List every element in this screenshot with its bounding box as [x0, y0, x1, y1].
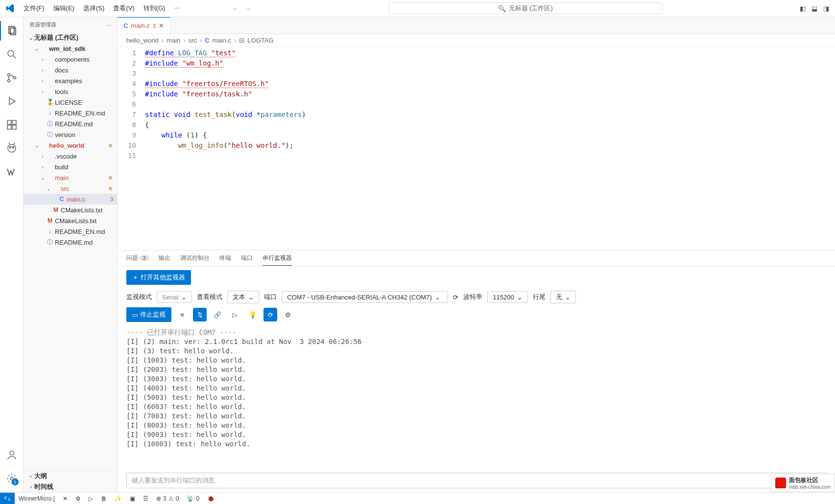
panel-tab[interactable]: 调试控制台 [180, 251, 210, 265]
file-icon: M [52, 206, 60, 213]
svg-line-15 [9, 143, 10, 144]
menu-goto[interactable]: 转到(G) [140, 2, 169, 15]
tree-item-label: README_EN.md [55, 228, 105, 235]
status-play-icon[interactable]: ▷ [85, 495, 97, 502]
status-list-icon[interactable]: ☰ [139, 495, 152, 502]
tree-item[interactable]: ⌄wm_iot_sdk [24, 43, 117, 54]
toolbar-run-icon[interactable]: ▷ [228, 308, 242, 321]
status-debug-icon[interactable]: 🐞 [203, 495, 218, 502]
tree-item[interactable]: MCMakeLists.txt [24, 205, 117, 215]
activity-settings-icon[interactable]: 1 [0, 469, 24, 488]
status-tools-icon[interactable]: ✕ [59, 495, 72, 502]
nav-forward-icon[interactable]: → [244, 5, 251, 12]
eol-label: 行尾 [533, 293, 546, 301]
layout-panel-icon[interactable]: ⬓ [811, 5, 817, 12]
sidebar-more-icon[interactable]: ··· [107, 22, 111, 28]
warning-icon: ⚠ [168, 495, 174, 502]
tree-item[interactable]: ⌄src [24, 183, 117, 194]
tree-item-label: LICENSE [55, 99, 82, 106]
activity-wm-icon[interactable] [0, 162, 24, 182]
breadcrumbs[interactable]: hello_world› main› src› C main.c› ⊟ LOGT… [118, 34, 835, 47]
vscode-logo-icon [4, 2, 16, 14]
view-mode-select[interactable]: 文本⌄ [227, 291, 259, 303]
menu-select[interactable]: 选择(S) [79, 2, 108, 15]
menu-view[interactable]: 查看(V) [109, 2, 138, 15]
port-select[interactable]: COM7 - USB-Enhanced-SERIAL-A CH342 (COM7… [282, 291, 448, 303]
activity-platformio-icon[interactable] [0, 138, 24, 158]
tree-item[interactable]: ⓘversion [24, 129, 117, 140]
toolbar-link-icon[interactable]: 🔗 [211, 308, 224, 321]
monitor-mode-select[interactable]: Serial⌄ [157, 291, 192, 303]
layout-sidebar-left-icon[interactable]: ◧ [800, 5, 806, 12]
nav-back-icon[interactable]: ← [232, 5, 239, 12]
panel-tab[interactable]: 输出 [159, 251, 170, 265]
toolbar-gear-icon[interactable]: ⚙ [281, 308, 295, 321]
layout-sidebar-right-icon[interactable]: ◨ [823, 5, 829, 12]
activity-account-icon[interactable] [0, 445, 24, 465]
command-center[interactable]: 🔍 无标题 (工作区) [388, 2, 663, 14]
chevron-down-icon: ⌄ [517, 294, 523, 301]
activity-debug-icon[interactable] [0, 92, 24, 111]
remote-indicator[interactable] [0, 493, 15, 504]
eol-select[interactable]: 无⌄ [550, 291, 576, 303]
refresh-icon[interactable]: ⟳ [453, 294, 458, 301]
outline-section[interactable]: ›大纲 [24, 471, 117, 481]
menu-file[interactable]: 文件(F) [20, 2, 48, 15]
tree-item[interactable]: MCMakeLists.txt [24, 215, 117, 226]
file-icon: M [46, 217, 54, 224]
toolbar-bulb-icon[interactable]: 💡 [246, 308, 260, 321]
status-save-icon[interactable]: ▣ [126, 495, 139, 502]
svg-point-13 [9, 147, 11, 148]
status-project[interactable]: WinnerMicro [ [15, 495, 59, 502]
svg-point-17 [10, 451, 14, 455]
tree-item[interactable]: ›docs [24, 65, 117, 75]
open-other-monitor-button[interactable]: ＋打开其他监视器 [126, 270, 191, 285]
tree-item-badge: 3 [110, 196, 113, 202]
panel-tab[interactable]: 端口 [241, 251, 253, 265]
tree-item[interactable]: ›tools [24, 86, 117, 97]
status-gear-icon[interactable]: ⚙ [72, 495, 85, 502]
baud-select[interactable]: 115200⌄ [487, 291, 527, 303]
tree-item-label: CMakeLists.txt [55, 217, 96, 225]
tree-root[interactable]: ⌄ 无标题 (工作区) [24, 32, 117, 43]
timeline-section[interactable]: ›时间线 [24, 481, 117, 492]
tree-item[interactable]: ⌄main [24, 172, 117, 183]
search-icon: 🔍 [498, 5, 506, 12]
tree-item[interactable]: ›.vscode [24, 151, 117, 161]
tree-item-label: hello_world [49, 142, 84, 149]
panel-tab[interactable]: 终端 [219, 251, 231, 265]
code-editor[interactable]: 1234567891011 #define LOG_TAG "test" #in… [118, 47, 835, 250]
activity-explorer-icon[interactable] [0, 21, 24, 41]
status-radio[interactable]: 📡0 [183, 495, 203, 502]
tree-item[interactable]: 🏅LICENSE [24, 97, 117, 108]
toolbar-list-icon[interactable]: ≡ [175, 308, 189, 321]
menu-edit[interactable]: 编辑(E) [49, 2, 78, 15]
tree-item[interactable]: ›examples [24, 75, 117, 86]
svg-point-5 [7, 80, 10, 82]
status-trash-icon[interactable]: 🗑 [97, 495, 111, 502]
serial-terminal[interactable]: ---- 已打开串行端口 COM7 ----[I] (2) main: ver:… [118, 326, 835, 469]
status-wand-icon[interactable]: ✨ [111, 495, 126, 502]
tree-item[interactable]: ↓README_EN.md [24, 226, 117, 237]
toolbar-refresh-icon[interactable]: ⟳ [263, 308, 277, 321]
menu-more[interactable]: ··· [170, 2, 183, 15]
stop-monitor-button[interactable]: ▭停止监视 [126, 307, 171, 322]
tree-item[interactable]: ⌄hello_world [24, 140, 117, 151]
activity-scm-icon[interactable] [0, 68, 24, 88]
panel-tab[interactable]: 串行监视器 [262, 251, 292, 266]
send-input[interactable]: 键入要发送到串行端口的消息。 [126, 473, 826, 488]
tree-item[interactable]: ⓘREADME.md [24, 118, 117, 129]
tree-item[interactable]: ›components [24, 54, 117, 65]
toolbar-toggle-icon[interactable]: ⇅ [193, 308, 207, 321]
tree-item[interactable]: ↓README_EN.md [24, 108, 117, 118]
activity-search-icon[interactable] [0, 45, 24, 64]
tree-item[interactable]: ⓘREADME.md [24, 237, 117, 248]
tab-close-icon[interactable]: ✕ [159, 22, 164, 29]
panel-tab[interactable]: 问题3 [126, 251, 149, 265]
tree-item[interactable]: ›build [24, 161, 117, 172]
tree-item[interactable]: Cmain.c3 [24, 194, 117, 205]
status-problems[interactable]: ⊗3 ⚠0 [152, 495, 183, 502]
tab-main-c[interactable]: C main.c 3 ✕ [118, 17, 170, 34]
file-tree: ⌄ 无标题 (工作区) ⌄wm_iot_sdk›components›docs›… [24, 32, 117, 470]
activity-extensions-icon[interactable] [0, 115, 24, 135]
